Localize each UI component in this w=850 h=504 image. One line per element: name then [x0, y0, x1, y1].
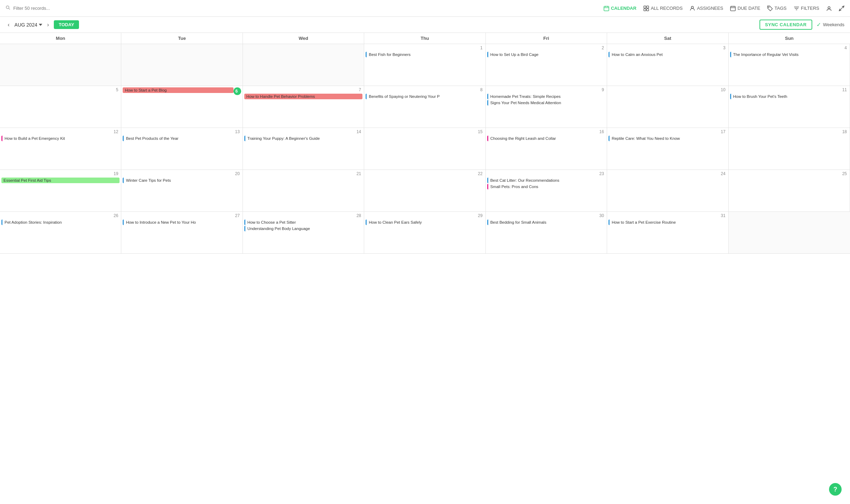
calendar-event[interactable]: Signs Your Pet Needs Medical Attention — [487, 100, 605, 106]
calendar-event[interactable]: How to Handle Pet Behavior Problems — [244, 94, 362, 99]
calendar-cell[interactable]: 27How to Introduce a New Pet to Your Ho — [121, 212, 243, 254]
nav-due-date[interactable]: DUE DATE — [730, 6, 760, 11]
date-number: 2 — [487, 45, 605, 50]
calendar-event[interactable]: Reptile Care: What You Need to Know — [608, 136, 727, 141]
calendar-cell[interactable]: 10 — [607, 86, 728, 128]
calendar-event[interactable]: Best Cat Litter: Our Recommendations — [487, 178, 605, 183]
calendar-cell[interactable] — [0, 44, 121, 86]
svg-rect-11 — [730, 6, 735, 11]
calendar-cell[interactable]: 25 — [729, 170, 850, 212]
toolbar-right: SYNC CALENDAR ✓ Weekends — [759, 20, 844, 30]
calendar-event[interactable]: How to Clean Pet Ears Safely — [366, 219, 484, 225]
calendar-event[interactable]: How to Calm an Anxious Pet — [608, 52, 727, 57]
calendar-cell[interactable]: 4The Importance of Regular Vet Visits — [729, 44, 850, 86]
date-number: 11 — [730, 87, 848, 92]
filter-input[interactable] — [13, 6, 83, 11]
svg-point-10 — [691, 6, 693, 8]
prev-month-button[interactable]: ‹ — [6, 21, 12, 29]
calendar-event[interactable]: How to Choose a Pet Sitter — [244, 219, 362, 225]
calendar-event[interactable]: How to Start a Pet Exercise Routine — [608, 219, 727, 225]
calendar-grid: 1Best Fish for Beginners2How to Set Up a… — [0, 44, 850, 254]
calendar-cell[interactable]: 12How to Build a Pet Emergency Kit — [0, 128, 121, 170]
date-number: 17 — [608, 129, 727, 134]
calendar-cell[interactable]: 26Pet Adoption Stories: Inspiration — [0, 212, 121, 254]
nav-person-icon — [826, 6, 832, 11]
calendar-cell[interactable] — [729, 212, 850, 254]
calendar-cell[interactable]: 13Best Pet Products of the Year — [121, 128, 243, 170]
weekends-toggle[interactable]: ✓ Weekends — [816, 21, 844, 28]
calendar-event[interactable]: Understanding Pet Body Language — [244, 226, 362, 231]
date-number: 4 — [730, 45, 848, 50]
calendar-cell[interactable]: 19Essential Pet First Aid Tips — [0, 170, 121, 212]
calendar-cell[interactable]: 16Choosing the Right Leash and Collar — [486, 128, 607, 170]
calendar-cell[interactable]: 6How to Start a Pet Blog — [121, 86, 243, 128]
calendar-cell[interactable]: 1Best Fish for Beginners — [364, 44, 485, 86]
nav-all-records[interactable]: ALL RECORDS — [643, 6, 683, 11]
calendar-cell[interactable]: 24 — [607, 170, 728, 212]
date-number: 8 — [366, 87, 484, 92]
calendar-event[interactable]: Choosing the Right Leash and Collar — [487, 136, 605, 141]
date-number: 28 — [244, 213, 362, 218]
calendar-cell[interactable]: 9Homemade Pet Treats: Simple RecipesSign… — [486, 86, 607, 128]
calendar-cell[interactable] — [121, 44, 243, 86]
calendar-cell[interactable]: 15 — [364, 128, 485, 170]
header-sat: Sat — [607, 33, 728, 44]
calendar-cell[interactable]: 29How to Clean Pet Ears Safely — [364, 212, 485, 254]
calendar-event[interactable]: Winter Care Tips for Pets — [123, 178, 241, 183]
calendar-cell[interactable]: 22 — [364, 170, 485, 212]
calendar-container: Mon Tue Wed Thu Fri Sat Sun 1Best Fish f… — [0, 33, 850, 254]
nav-calendar[interactable]: CALENDAR — [604, 6, 636, 11]
calendar-event[interactable]: Small Pets: Pros and Cons — [487, 184, 605, 189]
calendar-event[interactable]: The Importance of Regular Vet Visits — [730, 52, 848, 57]
calendar-cell[interactable]: 17Reptile Care: What You Need to Know — [607, 128, 728, 170]
calendar-cell[interactable]: 18 — [729, 128, 850, 170]
calendar-cell[interactable]: 28How to Choose a Pet SitterUnderstandin… — [243, 212, 364, 254]
calendar-cell[interactable]: 2How to Set Up a Bird Cage — [486, 44, 607, 86]
calendar-cell[interactable]: 14Training Your Puppy: A Beginner's Guid… — [243, 128, 364, 170]
calendar-cell[interactable]: 3How to Calm an Anxious Pet — [607, 44, 728, 86]
weekends-label: Weekends — [823, 22, 844, 27]
calendar-event[interactable]: How to Set Up a Bird Cage — [487, 52, 605, 57]
calendar-event[interactable]: Pet Adoption Stories: Inspiration — [1, 219, 120, 225]
nav-assignees[interactable]: ASSIGNEES — [690, 6, 723, 11]
calendar-event[interactable]: How to Introduce a New Pet to Your Ho — [123, 219, 241, 225]
svg-line-20 — [839, 6, 844, 11]
calendar-cell[interactable]: 8Benefits of Spaying or Neutering Your P — [364, 86, 485, 128]
calendar-cell[interactable]: 7How to Handle Pet Behavior Problems — [243, 86, 364, 128]
calendar-cell[interactable]: 11How to Brush Your Pet's Teeth — [729, 86, 850, 128]
today-button[interactable]: TODAY — [54, 20, 79, 29]
calendar-event[interactable]: Best Pet Products of the Year — [123, 136, 241, 141]
date-number: 14 — [244, 129, 362, 134]
date-number: 27 — [123, 213, 241, 218]
calendar-event[interactable]: How to Brush Your Pet's Teeth — [730, 94, 848, 99]
nav-tags-label: TAGS — [775, 6, 786, 11]
calendar-event[interactable]: Homemade Pet Treats: Simple Recipes — [487, 94, 605, 99]
nav-filters-label: FILTERS — [801, 6, 820, 11]
calendar-cell[interactable]: 21 — [243, 170, 364, 212]
sync-calendar-button[interactable]: SYNC CALENDAR — [759, 20, 812, 30]
nav-expand-icon[interactable] — [839, 6, 844, 11]
calendar-cell[interactable]: 31How to Start a Pet Exercise Routine — [607, 212, 728, 254]
calendar-event[interactable]: How to Build a Pet Emergency Kit — [1, 136, 120, 141]
header-wed: Wed — [243, 33, 364, 44]
date-number: 5 — [1, 87, 120, 92]
calendar-cell[interactable]: 20Winter Care Tips for Pets — [121, 170, 243, 212]
date-number: 24 — [608, 171, 727, 176]
calendar-event[interactable]: Best Fish for Beginners — [366, 52, 484, 57]
nav-tags[interactable]: TAGS — [767, 6, 786, 11]
top-nav-right: CALENDAR ALL RECORDS ASSIGNEES DUE DATE … — [604, 6, 844, 11]
month-label[interactable]: AUG 2024 — [14, 22, 42, 28]
calendar-event[interactable]: Benefits of Spaying or Neutering Your P — [366, 94, 484, 99]
date-number: 15 — [366, 129, 484, 134]
calendar-event[interactable]: Training Your Puppy: A Beginner's Guide — [244, 136, 362, 141]
calendar-cell[interactable]: 30Best Bedding for Small Animals — [486, 212, 607, 254]
nav-filters[interactable]: FILTERS — [794, 6, 820, 11]
calendar-cell[interactable]: 23Best Cat Litter: Our RecommendationsSm… — [486, 170, 607, 212]
next-month-button[interactable]: › — [45, 21, 51, 29]
calendar-cell[interactable]: 5 — [0, 86, 121, 128]
calendar-event[interactable]: How to Start a Pet Blog — [123, 87, 233, 93]
date-number: 7 — [244, 87, 362, 92]
calendar-event[interactable]: Best Bedding for Small Animals — [487, 219, 605, 225]
calendar-event[interactable]: Essential Pet First Aid Tips — [1, 178, 120, 183]
calendar-cell[interactable] — [243, 44, 364, 86]
